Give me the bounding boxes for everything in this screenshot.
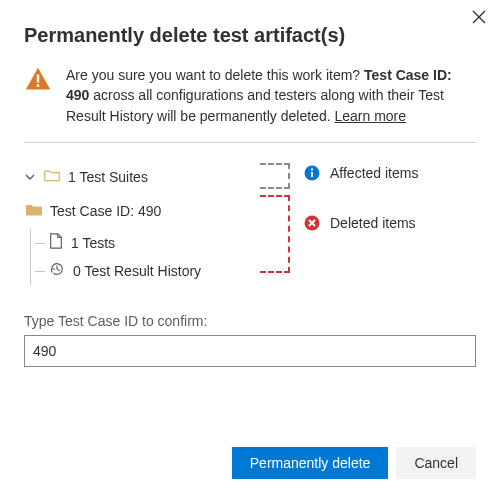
warning-icon (24, 65, 52, 126)
tests-label: 1 Tests (71, 235, 115, 251)
tree-node-suites[interactable]: 1 Test Suites (24, 163, 254, 191)
tree-node-case[interactable]: Test Case ID: 490 (24, 197, 254, 225)
item-tree: 1 Test Suites Test Case ID: 490 1 Tests (24, 163, 254, 285)
divider (24, 142, 476, 143)
legend-affected: Affected items (304, 165, 418, 181)
brackets (260, 163, 290, 285)
affected-bracket (260, 163, 290, 189)
tree-children: 1 Tests 0 Test Result History (30, 229, 254, 285)
deleted-bracket (260, 195, 290, 273)
warning-message: Are you sure you want to delete this wor… (24, 65, 476, 126)
delete-artifacts-dialog: Permanently delete test artifact(s) Are … (0, 0, 500, 501)
error-icon (304, 215, 320, 231)
svg-rect-4 (311, 168, 313, 170)
history-icon (49, 261, 65, 280)
folder-icon (44, 168, 60, 185)
items-overview: 1 Test Suites Test Case ID: 490 1 Tests (24, 163, 476, 285)
legend-affected-label: Affected items (330, 165, 418, 181)
button-row: Permanently delete Cancel (232, 447, 476, 479)
confirm-input[interactable] (24, 335, 476, 367)
close-icon[interactable] (472, 10, 486, 27)
history-label: 0 Test Result History (73, 263, 201, 279)
permanently-delete-button[interactable]: Permanently delete (232, 447, 389, 479)
learn-more-link[interactable]: Learn more (334, 108, 406, 124)
warning-text: Are you sure you want to delete this wor… (66, 65, 476, 126)
cancel-button[interactable]: Cancel (396, 447, 476, 479)
dialog-title: Permanently delete test artifact(s) (24, 24, 476, 47)
warning-prefix: Are you sure you want to delete this wor… (66, 67, 364, 83)
svg-rect-0 (37, 75, 39, 83)
chevron-down-icon (24, 171, 36, 183)
case-label: Test Case ID: 490 (50, 203, 161, 219)
info-icon (304, 165, 320, 181)
file-icon (49, 233, 63, 252)
folder-icon (26, 202, 42, 219)
confirm-label: Type Test Case ID to confirm: (24, 313, 476, 329)
legend-deleted-label: Deleted items (330, 215, 416, 231)
tree-node-history[interactable]: 0 Test Result History (35, 257, 254, 285)
svg-rect-3 (311, 172, 313, 177)
legend-deleted: Deleted items (304, 215, 418, 231)
suites-label: 1 Test Suites (68, 169, 148, 185)
svg-rect-1 (37, 84, 39, 87)
tree-node-tests[interactable]: 1 Tests (35, 229, 254, 257)
legend: Affected items Deleted items (304, 163, 418, 285)
